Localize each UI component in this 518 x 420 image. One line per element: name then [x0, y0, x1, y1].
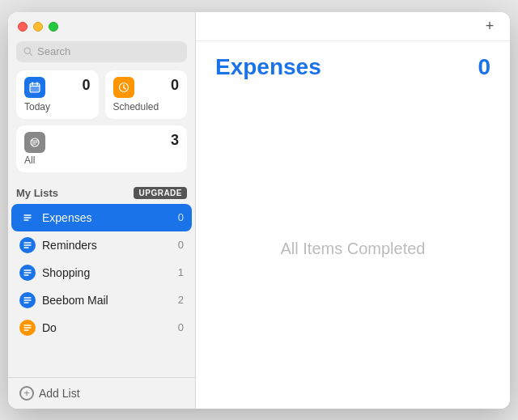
all-count: 3	[171, 132, 179, 149]
search-placeholder: Search	[37, 45, 70, 57]
minimize-button[interactable]	[33, 22, 43, 32]
add-list-icon: +	[19, 386, 34, 401]
scheduled-count: 0	[171, 77, 179, 94]
list-label-do: Do	[42, 321, 172, 334]
titlebar	[8, 12, 195, 41]
all-label: All	[24, 155, 179, 166]
list-icon-do	[19, 320, 36, 336]
list-label-reminders: Reminders	[42, 239, 172, 252]
list-count-beebommail: 2	[178, 294, 184, 306]
list-count-do: 0	[178, 321, 184, 333]
add-item-button[interactable]: +	[481, 17, 499, 35]
empty-message: All Items Completed	[281, 240, 426, 258]
list-icon-shopping	[19, 265, 36, 281]
add-list-label: Add List	[39, 387, 80, 400]
main-body: All Items Completed	[196, 90, 510, 409]
upgrade-badge[interactable]: UPGRADE	[134, 187, 187, 199]
list-icon-expenses	[19, 210, 36, 226]
main-title-row: Expenses 0	[196, 41, 510, 90]
list-count-expenses: 0	[178, 211, 184, 223]
today-card[interactable]: 0 Today	[16, 70, 99, 119]
today-icon	[24, 77, 45, 98]
today-count: 0	[82, 77, 90, 94]
scheduled-icon	[113, 77, 134, 98]
search-icon	[23, 46, 33, 57]
list-count-reminders: 0	[178, 239, 184, 251]
app-window: Search	[8, 12, 510, 409]
smart-cards: 0 Today 0	[8, 70, 195, 180]
list-item-do[interactable]: Do 0	[11, 314, 192, 342]
list-item-expenses[interactable]: Expenses 0	[11, 204, 192, 231]
scheduled-card[interactable]: 0 Scheduled	[105, 70, 188, 119]
list-count-shopping: 1	[178, 266, 184, 278]
main-header: +	[196, 12, 510, 41]
search-bar[interactable]: Search	[16, 41, 187, 62]
list-label-beebommail: Beebom Mail	[42, 294, 172, 307]
list-item-reminders[interactable]: Reminders 0	[11, 231, 192, 259]
close-button[interactable]	[18, 22, 28, 32]
list-label-expenses: Expenses	[42, 211, 172, 224]
list-item-shopping[interactable]: Shopping 1	[11, 259, 192, 286]
svg-line-1	[30, 53, 32, 56]
all-card[interactable]: 3 All	[16, 125, 187, 172]
all-icon	[24, 132, 45, 153]
main-title: Expenses	[215, 54, 321, 80]
main-content: + Expenses 0 All Items Completed	[196, 12, 510, 409]
my-lists-title: My Lists	[16, 187, 58, 199]
add-list-button[interactable]: + Add List	[8, 377, 195, 409]
list-icon-beebommail	[19, 292, 36, 308]
list-item-beebommail[interactable]: Beebom Mail 2	[11, 286, 192, 314]
sidebar: Search	[8, 12, 196, 409]
scheduled-label: Scheduled	[113, 101, 180, 112]
list-items-container: Expenses 0 Reminders 0	[8, 204, 195, 377]
maximize-button[interactable]	[49, 22, 58, 32]
list-icon-reminders	[19, 237, 36, 253]
my-lists-header: My Lists UPGRADE	[8, 180, 195, 204]
svg-rect-2	[30, 83, 40, 92]
smart-row-top: 0 Today 0	[16, 70, 187, 119]
today-label: Today	[24, 101, 91, 112]
main-count: 0	[478, 54, 490, 80]
list-label-shopping: Shopping	[42, 266, 172, 279]
svg-line-9	[124, 87, 126, 89]
